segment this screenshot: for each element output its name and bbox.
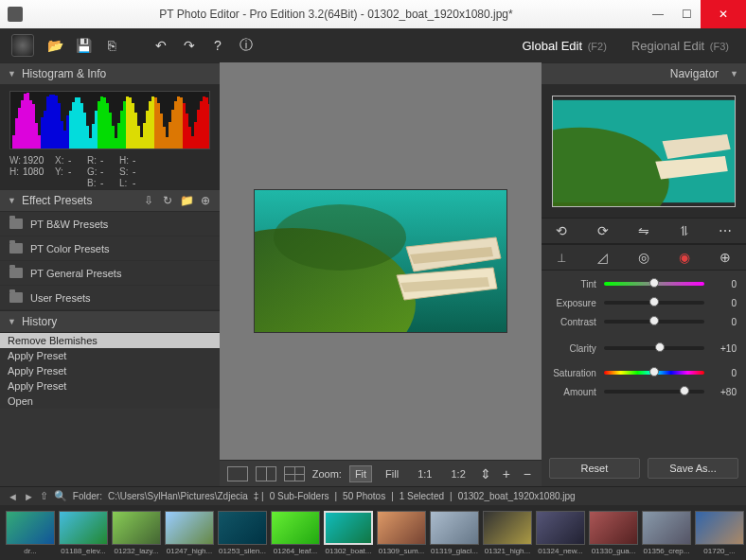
rotate-right-icon[interactable]: ⟳ [592,221,614,240]
thumbnail[interactable]: 01356_crep... [642,511,691,555]
lens-icon[interactable]: ◎ [632,248,655,267]
thumbnail[interactable]: 01302_boat... [324,511,373,555]
zoom-out-icon[interactable]: − [521,466,534,481]
zoom-11-button[interactable]: 1:1 [412,465,437,482]
slider-track[interactable] [604,282,704,286]
flip-vertical-icon[interactable]: ⥮ [673,221,696,240]
history-panel-header[interactable]: ▼ History [0,310,220,333]
slider-clarity[interactable]: Clarity+10 [542,339,737,358]
history-item[interactable]: Remove Blemishes [0,333,220,348]
thumbnail-label: dr... [6,547,55,555]
save-as-button[interactable]: Save As... [648,458,738,479]
slider-amount[interactable]: Amount+80 [542,382,737,401]
rotate-left-icon[interactable]: ⟲ [550,221,573,240]
flip-horizontal-icon[interactable]: ⇋ [632,221,655,240]
regional-edit-tab[interactable]: Regional Edit (F3) [626,35,735,57]
preset-folder-bw[interactable]: PT B&W Presets [0,212,220,236]
thumbnail[interactable]: 01253_silen... [218,511,267,555]
photos-count: 50 Photos [343,491,385,501]
download-presets-icon[interactable]: ⇩ [142,194,155,207]
straighten-icon[interactable]: ◿ [592,248,614,267]
thumbnail[interactable]: 01319_glaci... [430,511,479,555]
up-icon[interactable]: ⇧ [40,490,48,502]
zoom-in-icon[interactable]: + [500,466,513,481]
thumbnail[interactable]: 01188_elev... [59,511,108,555]
save-icon[interactable]: 💾 [76,38,91,53]
slider-track[interactable] [604,301,704,305]
forward-icon[interactable]: ► [24,491,34,502]
slider-knob[interactable] [649,297,659,306]
reset-button[interactable]: Reset [549,458,640,479]
slider-knob[interactable] [680,386,689,395]
slider-contrast[interactable]: Contrast0 [542,312,737,331]
open-icon[interactable]: 📂 [47,38,62,53]
canvas-area[interactable] [220,62,542,460]
thumbnail[interactable]: 01324_new... [536,511,585,555]
presets-folder-icon[interactable]: 📁 [180,194,193,207]
add-preset-icon[interactable]: ⊕ [199,194,212,207]
presets-panel-header[interactable]: ▼ Effect Presets ⇩ ↻ 📁 ⊕ [0,189,220,212]
minimize-button[interactable]: — [644,0,672,28]
slider-label: Saturation [542,368,596,378]
view-toolbar: Zoom: Fit Fill 1:1 1:2 ⇕ + − [220,460,542,486]
slider-knob[interactable] [649,367,659,376]
search-icon[interactable]: 🔍 [54,490,67,502]
zoom-fit-button[interactable]: Fit [349,465,372,482]
thumbnail[interactable]: 01321_high... [483,511,532,555]
slider-track[interactable] [604,371,704,375]
copy-icon[interactable]: ⎘ [104,38,119,53]
thumbnail[interactable]: 01309_sum... [377,511,426,555]
info-icon[interactable]: ⓘ [239,38,254,53]
slider-saturation[interactable]: Saturation0 [542,363,737,382]
thumbnail[interactable]: 01232_lazy... [112,511,161,555]
slider-exposure[interactable]: Exposure0 [542,293,737,312]
zoom-12-button[interactable]: 1:2 [445,465,471,482]
slider-track[interactable] [604,320,704,324]
history-item[interactable]: Open [0,394,220,409]
navigator-panel-header[interactable]: Navigator ▼ [542,62,746,85]
history-item[interactable]: Apply Preset [0,378,220,394]
navigator-thumbnail[interactable] [542,85,746,218]
preset-folder-general[interactable]: PT General Presets [0,261,220,286]
titlebar: PT Photo Editor - Pro Edition 3.2(64Bit)… [0,0,746,28]
global-edit-tab[interactable]: Global Edit (F2) [516,35,612,57]
zoom-updown-icon[interactable]: ⇕ [479,466,492,481]
histogram-panel-header[interactable]: ▼ Histogram & Info [0,62,220,85]
help-icon[interactable]: ? [210,38,225,53]
thumbnail-image [377,511,426,545]
maximize-button[interactable]: ☐ [672,0,701,28]
redo-icon[interactable]: ↷ [182,38,197,53]
thumbnail[interactable]: 01264_leaf... [271,511,320,555]
history-item[interactable]: Apply Preset [0,348,220,363]
slider-knob[interactable] [649,316,659,325]
thumbnail-image [589,511,638,545]
thumbnail[interactable]: 01720_... [695,511,744,555]
close-button[interactable]: ✕ [701,0,746,28]
slider-knob[interactable] [655,342,665,352]
more-icon[interactable]: ⋯ [714,221,737,240]
refresh-presets-icon[interactable]: ↻ [161,194,174,207]
thumbnail[interactable]: 01330_gua... [589,511,638,555]
preset-folder-user[interactable]: User Presets [0,286,220,310]
history-item[interactable]: Apply Preset [0,363,220,378]
folder-bar: ◄ ► ⇧ 🔍 Folder: C:\Users\SylHan\Pictures… [0,486,746,505]
thumbnail[interactable]: 01247_high... [165,511,214,555]
heal-icon[interactable]: ⊕ [714,248,737,267]
crop-icon[interactable]: ⟂ [550,248,573,267]
slider-tint[interactable]: Tint0 [542,274,737,293]
slider-track[interactable] [604,390,704,394]
thumbnail[interactable]: dr... [6,511,55,555]
split2-view-icon[interactable] [256,466,276,481]
slider-knob[interactable] [649,278,659,288]
preset-folder-color[interactable]: PT Color Presets [0,236,220,261]
back-icon[interactable]: ◄ [8,491,18,502]
undo-icon[interactable]: ↶ [153,38,169,53]
slider-track[interactable] [604,346,704,350]
zoom-fill-button[interactable]: Fill [380,465,404,482]
redeye-icon[interactable]: ◉ [673,248,696,267]
image-info: W:1920 X:- R:- H:- H:1080 Y:- G:- S:- B:… [9,155,210,188]
single-view-icon[interactable] [227,466,248,481]
split4-view-icon[interactable] [284,466,305,481]
filmstrip[interactable]: dr...01188_elev...01232_lazy...01247_hig… [0,505,746,560]
folder-path[interactable]: C:\Users\SylHan\Pictures\Zdjecia [108,491,248,501]
